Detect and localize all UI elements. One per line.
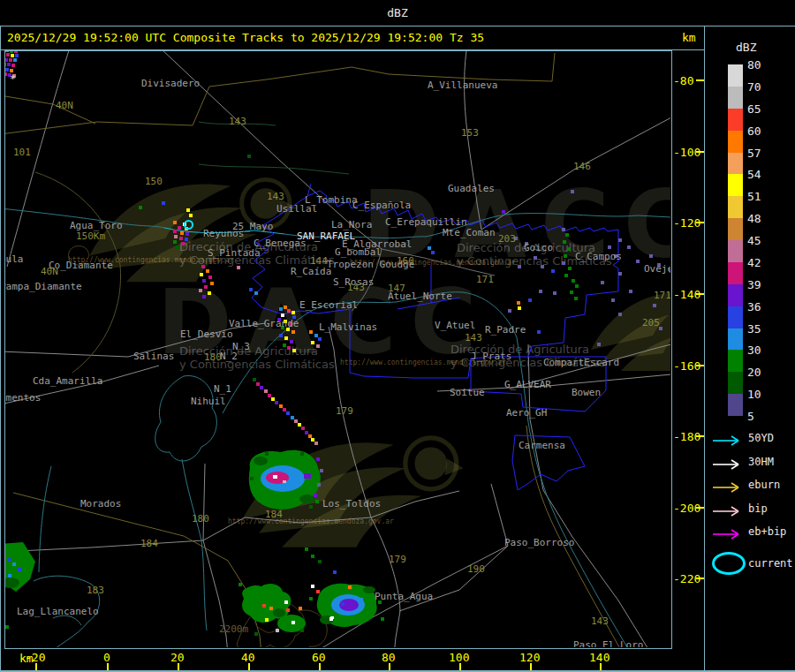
map-label: Agua_Toro — [70, 221, 123, 230]
echo-pixel — [264, 389, 268, 393]
map-label: Goico — [524, 243, 553, 253]
echo-pixel — [537, 330, 541, 334]
echo-pixel — [5, 63, 6, 66]
echo-pixel — [562, 261, 565, 265]
echo-pixel — [564, 274, 568, 277]
map-label: 153 — [461, 128, 479, 138]
echo-pixel — [565, 233, 569, 237]
map-label: C_Española — [352, 200, 411, 210]
echo-pixel — [247, 155, 251, 158]
title-bar: dBZ — [0, 0, 795, 26]
30HM-track-arrow-icon — [712, 457, 744, 467]
map-label: Aero_GH — [506, 408, 547, 418]
echo-pixel — [284, 600, 288, 604]
echo-pixel — [260, 386, 263, 389]
echo-pixel — [7, 63, 11, 66]
echo-pixel — [300, 629, 304, 632]
colorbar-block — [728, 196, 743, 218]
echo-pixel — [6, 53, 10, 57]
echo-pixel — [178, 226, 181, 230]
echo-pixel — [574, 297, 578, 300]
echo-pixel — [5, 72, 7, 76]
echo-pixel — [276, 629, 279, 632]
echo-pixel — [202, 279, 206, 283]
echo-pixel — [200, 273, 203, 276]
echo-pixel — [5, 625, 9, 629]
echo-pixel — [254, 291, 258, 295]
echo-pixel — [287, 346, 291, 350]
echo-pixel — [286, 412, 290, 415]
echo-pixel — [202, 295, 206, 298]
colorbar-tick-label: 51 — [747, 190, 761, 203]
map-label: Los_Toldos — [322, 499, 381, 509]
50YD-track-arrow-icon — [712, 433, 744, 443]
map-label: A_Villanueva — [428, 80, 497, 90]
legend-label: eburn — [748, 479, 780, 491]
map-label: C_Campos — [575, 252, 622, 261]
echo-pixel — [314, 442, 318, 445]
map-label: Morados — [80, 499, 121, 509]
marker-asterisk: * — [10, 74, 16, 84]
echo-pixel — [284, 336, 288, 340]
colorbar-tick-label: 45 — [747, 234, 761, 247]
echo-pixel — [333, 570, 337, 574]
echo-pixel — [262, 604, 266, 608]
echo-pixel — [290, 340, 293, 344]
echo-pixel — [381, 617, 384, 621]
echo-pixel — [186, 208, 190, 212]
map-label: 180 — [192, 514, 209, 524]
echo-pixel — [206, 269, 209, 273]
map-label: 180 — [204, 352, 222, 362]
x-tick-label: 140 — [589, 651, 610, 664]
map-label: L_Tombina — [305, 195, 358, 205]
map-label: 25_Mayo — [232, 222, 273, 231]
echo-pixel — [518, 306, 521, 310]
y-tick-label: -80 — [673, 74, 693, 87]
echo-pixel — [629, 290, 632, 293]
map-label: 184 — [140, 539, 158, 548]
map-label: J_Prats — [471, 351, 511, 361]
map-label: G_ALVEAR — [504, 380, 551, 389]
colorbar-block — [728, 131, 743, 153]
map-label: CompartEscard — [543, 358, 619, 367]
echo-pixel — [300, 452, 304, 456]
storm-cell-e — [5, 542, 35, 592]
echo-pixel — [287, 309, 291, 313]
echo-pixel — [279, 334, 283, 337]
map-label: Paso_Borroso — [504, 538, 574, 547]
echo-pixel — [292, 349, 296, 352]
y-tick-mark — [696, 435, 704, 437]
colorbar-block — [728, 109, 743, 131]
echo-pixel — [318, 337, 322, 341]
echo-pixel — [316, 590, 320, 593]
map-label: amentos — [5, 393, 41, 403]
map-label: N_2 — [220, 351, 238, 361]
colorbar-block — [728, 372, 743, 394]
radar-map-viewport[interactable]: DACCDACC Dirección de Agricultura y Cont… — [5, 51, 670, 647]
colorbar-tick-label: 39 — [747, 278, 761, 291]
echo-pixel — [534, 256, 537, 260]
colorbar-tick-label: 57 — [747, 147, 761, 160]
echo-pixel — [201, 265, 205, 268]
echo-pixel — [281, 313, 284, 317]
colorbar-tick-label: 35 — [747, 322, 761, 336]
echo-pixel — [318, 560, 322, 563]
echo-pixel — [15, 54, 19, 57]
map-label: 190 — [467, 564, 485, 574]
colorbar-block — [728, 350, 743, 372]
echo-pixel — [518, 265, 521, 268]
y-axis-unit-label: km — [682, 31, 696, 44]
colorbar-tick-label: 30 — [747, 344, 761, 357]
map-label: 171 — [654, 291, 670, 300]
echo-pixel — [292, 621, 295, 624]
echo-pixel — [567, 247, 571, 251]
echo-pixel — [11, 54, 14, 57]
map-label: 179 — [336, 406, 353, 416]
echo-pixel — [5, 51, 9, 52]
echo-pixel — [292, 311, 295, 314]
colorbar-block — [728, 218, 743, 240]
echo-pixel — [315, 500, 319, 503]
echo-pixel — [8, 574, 11, 578]
x-tick-mark — [530, 663, 532, 670]
colorbar-tick-label: 65 — [747, 102, 761, 116]
